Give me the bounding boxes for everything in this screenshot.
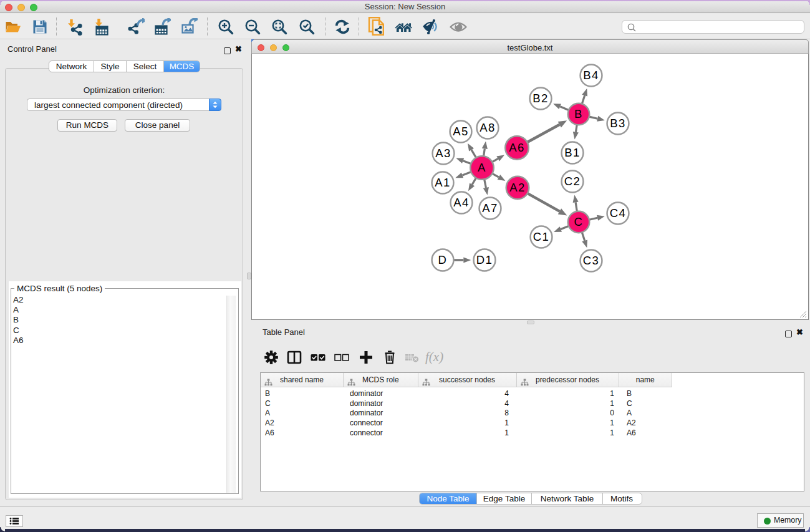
svg-text:C1: C1: [533, 230, 550, 243]
svg-text:C4: C4: [610, 206, 627, 220]
svg-text:B4: B4: [583, 69, 599, 82]
svg-text:D: D: [438, 253, 448, 266]
svg-text:B1: B1: [564, 146, 581, 159]
svg-text:D1: D1: [476, 253, 493, 266]
svg-text:C: C: [574, 215, 584, 228]
svg-text:B3: B3: [610, 117, 626, 130]
svg-text:A5: A5: [453, 125, 469, 138]
svg-text:A6: A6: [509, 141, 525, 154]
svg-text:A4: A4: [453, 196, 470, 209]
svg-text:A: A: [478, 161, 486, 174]
svg-text:C2: C2: [564, 175, 581, 188]
svg-text:A3: A3: [435, 147, 451, 160]
svg-text:A8: A8: [480, 121, 496, 134]
svg-text:A7: A7: [482, 201, 498, 215]
svg-text:A2: A2: [509, 181, 526, 194]
svg-text:A1: A1: [435, 176, 451, 189]
svg-text:B: B: [574, 107, 583, 120]
svg-text:C3: C3: [583, 254, 600, 267]
svg-text:B2: B2: [533, 92, 549, 105]
